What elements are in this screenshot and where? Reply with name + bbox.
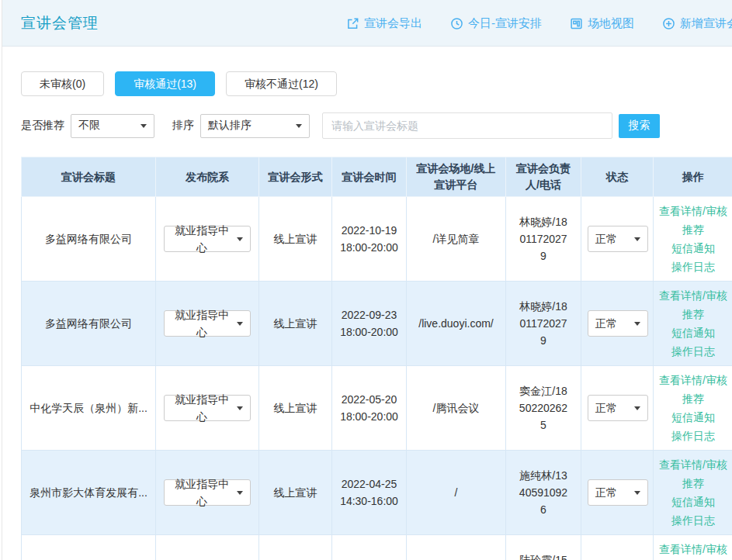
search-button[interactable]: 搜索 (619, 114, 660, 138)
department-select-value: 就业指导中心 (172, 306, 232, 340)
cell-status: 正常 (581, 366, 654, 451)
clock-icon (450, 17, 463, 30)
tab-rejected[interactable]: 审核不通过(12) (226, 71, 337, 96)
chevron-down-icon (296, 124, 302, 128)
cell-status: 正常 (581, 451, 654, 535)
column-header-contact: 宣讲会负责人/电话 (506, 157, 581, 197)
page-title: 宣讲会管理 (21, 13, 99, 33)
cell-form: 线上宣讲 (259, 197, 332, 282)
cell-form: 线上宣讲 (259, 282, 332, 366)
chevron-down-icon (634, 491, 640, 495)
department-select[interactable]: 就业指导中心 (164, 479, 251, 506)
chevron-down-icon (634, 237, 640, 241)
action-operation-log[interactable]: 操作日志 (655, 342, 731, 361)
presentation-time: 18:00-20:00 (338, 239, 400, 256)
export-link-label: 宣讲会导出 (364, 16, 422, 31)
action-operation-log[interactable]: 操作日志 (655, 511, 731, 530)
chevron-down-icon (237, 491, 243, 495)
table-row: 多益网络有限公司 就业指导中心 线上宣讲 2022-10-19 18:00-20… (22, 197, 732, 282)
cell-title: 多益网络有限公司 (22, 197, 156, 282)
column-header-title: 宣讲会标题 (22, 157, 156, 197)
cell-department: 就业指导中心 (156, 282, 259, 366)
action-view-audit[interactable]: 查看详情/审核 (655, 202, 731, 220)
table-header-row: 宣讲会标题 发布院系 宣讲会形式 宣讲会时间 宣讲会场地/线上宣讲平台 宣讲会负… (22, 157, 732, 197)
department-select-value: 就业指导中心 (172, 222, 232, 256)
column-header-operations: 操作 (654, 157, 732, 197)
department-select[interactable]: 就业指导中心 (164, 395, 251, 421)
cell-venue: /详见简章 (407, 197, 506, 282)
action-view-audit[interactable]: 查看详情/审核 (655, 371, 731, 389)
topbar: 宣讲会管理 宣讲会导出 今日-宣讲安排 (2, 0, 732, 47)
action-operation-log[interactable]: 操作日志 (655, 427, 731, 445)
table-row: 泉州科发卫浴有限公司 就业指导中心 线上宣讲 2022-02-18 15:00-… (22, 535, 732, 560)
action-sms-notify[interactable]: 短信通知 (655, 239, 731, 258)
recommend-select-value: 不限 (78, 119, 100, 133)
action-sms-notify[interactable]: 短信通知 (655, 493, 731, 511)
cell-venue: / (407, 451, 506, 535)
tab-unreviewed[interactable]: 未审核(0) (21, 71, 104, 96)
cell-department: 就业指导中心 (156, 535, 259, 560)
action-view-audit[interactable]: 查看详情/审核 (655, 540, 731, 558)
action-sms-notify[interactable]: 短信通知 (655, 408, 731, 427)
action-recommend[interactable]: 推荐 (655, 305, 731, 323)
cell-title: 多益网络有限公司 (22, 282, 156, 366)
presentation-date: 2022-05-20 (338, 391, 400, 408)
sort-select-value: 默认排序 (208, 119, 252, 133)
presentation-time: 18:00-20:00 (338, 408, 400, 425)
presentation-time: 14:30-16:00 (338, 493, 400, 510)
cell-title: 泉州科发卫浴有限公司 (22, 535, 156, 560)
venue-view-link-label: 场地视图 (588, 16, 634, 31)
today-link-label: 今日-宣讲安排 (468, 16, 542, 31)
action-recommend[interactable]: 推荐 (655, 389, 731, 408)
cell-department: 就业指导中心 (156, 451, 259, 535)
status-select[interactable]: 正常 (588, 226, 648, 252)
table-row: 泉州市影大体育发展有... 就业指导中心 线上宣讲 2022-04-25 14:… (22, 451, 732, 535)
action-view-audit[interactable]: 查看详情/审核 (655, 455, 731, 474)
cell-actions: 查看详情/审核 推荐 短信通知 操作日志 (654, 451, 732, 535)
chevron-down-icon (237, 322, 243, 326)
cell-venue: /腾讯会议 (407, 366, 506, 451)
cell-contact: 施纯林/13405910926 (506, 451, 581, 535)
department-select[interactable]: 就业指导中心 (164, 310, 251, 337)
add-presentation-link-label: 新增宣讲会 (680, 16, 732, 31)
status-select[interactable]: 正常 (588, 310, 648, 337)
cell-time: 2022-02-18 15:00-16:00 (332, 535, 407, 560)
cell-time: 2022-04-25 14:30-16:00 (332, 451, 407, 535)
venue-view-link[interactable]: 场地视图 (570, 16, 634, 31)
chevron-down-icon (237, 237, 243, 241)
add-presentation-link[interactable]: 新增宣讲会 (662, 16, 732, 31)
cell-form: 线上宣讲 (259, 366, 332, 451)
presentation-time: 18:00-20:00 (338, 323, 400, 340)
status-select[interactable]: 正常 (588, 479, 648, 506)
action-sms-notify[interactable]: 短信通知 (655, 323, 731, 342)
tab-approved[interactable]: 审核通过(13) (115, 71, 215, 96)
search-input[interactable] (322, 112, 612, 139)
status-select-value: 正常 (595, 230, 617, 247)
action-operation-log[interactable]: 操作日志 (655, 258, 731, 276)
status-select[interactable]: 正常 (588, 395, 648, 421)
chevron-down-icon (634, 406, 640, 410)
recommend-filter-label: 是否推荐 (21, 119, 64, 133)
cell-actions: 查看详情/审核 推荐 短信通知 操作日志 (654, 197, 732, 282)
column-header-department: 发布院系 (156, 157, 259, 197)
recommend-select[interactable]: 不限 (71, 114, 154, 138)
action-recommend[interactable]: 推荐 (655, 220, 731, 239)
table-row: 多益网络有限公司 就业指导中心 线上宣讲 2022-09-23 18:00-20… (22, 282, 732, 366)
action-recommend[interactable]: 推荐 (655, 474, 731, 493)
sort-select[interactable]: 默认排序 (200, 114, 310, 138)
department-select-value: 就业指导中心 (172, 391, 232, 425)
export-presentations-link[interactable]: 宣讲会导出 (346, 16, 422, 31)
plus-circle-icon (662, 17, 675, 30)
status-select-value: 正常 (595, 399, 617, 417)
today-schedule-link[interactable]: 今日-宣讲安排 (450, 16, 542, 31)
column-header-time: 宣讲会时间 (332, 157, 407, 197)
cell-contact: 陆玲霞/15160338590 (506, 535, 581, 560)
chevron-down-icon (634, 322, 640, 326)
department-select[interactable]: 就业指导中心 (164, 226, 251, 252)
cell-contact: 窦金江/18502202625 (506, 366, 581, 451)
cell-contact: 林晓婷/18011720279 (506, 197, 581, 282)
action-view-audit[interactable]: 查看详情/审核 (655, 286, 731, 305)
cell-status: 正常 (581, 282, 654, 366)
table-row: 中化学天辰（泉州）新... 就业指导中心 线上宣讲 2022-05-20 18:… (22, 366, 732, 451)
cell-time: 2022-05-20 18:00-20:00 (332, 366, 407, 451)
